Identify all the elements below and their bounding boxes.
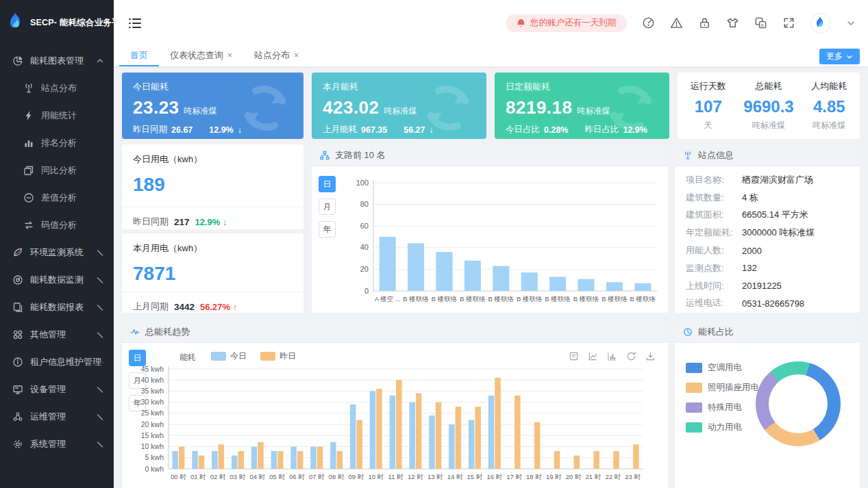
avatar[interactable]	[810, 13, 831, 34]
brand: SECP- 能耗综合业务平台	[0, 0, 114, 46]
flame-logo-icon	[8, 12, 25, 34]
svg-text:10 kwh: 10 kwh	[141, 442, 164, 450]
svg-text:B 楼联络: B 楼联络	[602, 295, 628, 303]
info-icon	[12, 357, 23, 368]
sidebar-item-device[interactable]: 设备管理	[0, 376, 114, 403]
sidebar-subitem-lightning[interactable]: 用能统计	[0, 102, 114, 129]
sidebar-item-info[interactable]: 租户信息维护管理	[0, 348, 114, 376]
legend-label: 昨日	[280, 350, 296, 362]
sidebar-subitem-minus-circle[interactable]: 差值分析	[0, 184, 114, 211]
antenna-icon	[683, 151, 693, 160]
branch-top10-panel: 支路前 10 名 日月年 020406080100A 楼空 ...B 楼联络B …	[312, 144, 668, 313]
site-info-row: 监测点数:132	[675, 259, 860, 277]
sidebar-item-pie-chart[interactable]: 能耗图表管理	[0, 47, 114, 75]
svg-text:00 时: 00 时	[171, 473, 186, 480]
stat-value: 4.85	[811, 97, 847, 116]
kpi-card-today-energy: 今日能耗 23.23吨标准煤 昨日同期26.6712.9%↓	[122, 73, 303, 139]
sidebar-item-leaf[interactable]: 环境监测系统	[0, 239, 114, 266]
collapse-menu-icon[interactable]	[127, 16, 142, 31]
legend-swatch	[211, 352, 226, 361]
chevron-down-icon	[846, 53, 853, 60]
locale-icon[interactable]: a	[754, 16, 767, 29]
sidebar: SECP- 能耗综合业务平台 能耗图表管理站点分布用能统计排名分析同比分析差值分…	[0, 0, 114, 488]
lock-icon[interactable]	[698, 16, 711, 29]
period-toggle-日[interactable]: 日	[319, 176, 336, 192]
site-info-row: 上线时间:20191225	[675, 277, 860, 295]
panel-header: 能耗占比	[675, 321, 860, 343]
sidebar-item-gear[interactable]: 系统管理	[0, 431, 114, 458]
tab-首页[interactable]: 首页	[119, 46, 159, 66]
caret-down-icon	[96, 385, 104, 394]
caret-down-icon	[96, 413, 104, 421]
month-electricity-value: 7871	[133, 263, 293, 285]
refresh-icon[interactable]	[626, 351, 636, 361]
svg-text:45 kwh: 45 kwh	[141, 365, 164, 373]
sidebar-item-ops[interactable]: 运维管理	[0, 403, 114, 431]
pie-legend-item-空调用电[interactable]: 空调用电	[686, 362, 759, 374]
stat-总能耗: 总能耗9690.3吨标准煤	[743, 80, 793, 131]
caret-up-icon	[96, 57, 104, 65]
svg-text:25 kwh: 25 kwh	[141, 409, 164, 417]
sidebar-item-grid[interactable]: 其他管理	[0, 321, 114, 348]
sidebar-item-label: 设备管理	[30, 383, 96, 396]
fullscreen-icon[interactable]	[782, 16, 795, 29]
account-expiry-alert[interactable]: 您的账户还有一天到期	[506, 14, 627, 32]
site-info-value: 132	[742, 263, 757, 273]
sidebar-subitem-swap[interactable]: 码值分析	[0, 211, 114, 239]
legend-item-昨日[interactable]: 昨日	[260, 350, 296, 362]
sidebar-subitem-antenna[interactable]: 站点分布	[0, 75, 114, 102]
period-toggle-年[interactable]: 年	[319, 221, 336, 237]
svg-text:0 kwh: 0 kwh	[145, 465, 164, 473]
theme-icon[interactable]	[726, 16, 739, 29]
pie-legend-item-照明插座用电[interactable]: 照明插座用电	[686, 382, 759, 394]
sidebar-subitem-label: 码值分析	[41, 219, 77, 231]
sidebar-item-monitor-dot[interactable]: 能耗数据监测	[0, 266, 114, 294]
stat-运行天数: 运行天数107天	[691, 80, 726, 131]
period-toggle-月[interactable]: 月	[319, 198, 336, 215]
chevron-down-icon[interactable]	[846, 18, 856, 28]
svg-text:09 时: 09 时	[349, 473, 364, 480]
site-info-label: 年定额能耗:	[686, 227, 742, 239]
legend-item-今日[interactable]: 今日	[211, 350, 247, 362]
trend-indicator: 56.27% ↑	[200, 302, 237, 312]
tab-label: 首页	[130, 49, 148, 62]
site-info-value: 栖霞湖滨财富广场	[742, 174, 813, 186]
site-info-row: 用能人数:2000	[675, 242, 860, 259]
data-view-icon[interactable]	[569, 351, 579, 361]
energy-distribution-panel: 能耗占比 空调用电照明插座用电特殊用电动力用电	[675, 321, 860, 488]
svg-text:15 时: 15 时	[467, 473, 483, 480]
bar-chart-icon[interactable]	[607, 351, 617, 361]
panel-footer: 昨日同期217 12.9% ↓	[133, 216, 293, 228]
sidebar-subitem-ranking[interactable]: 排名分析	[0, 129, 114, 157]
svg-text:15 kwh: 15 kwh	[141, 431, 164, 439]
warning-icon[interactable]	[670, 16, 683, 29]
month-electricity-panel: 本月用电（kwh） 7871 上月同期3442 56.27% ↑	[122, 233, 303, 313]
energy-trend-panel: 总能耗趋势 日月年 能耗 今日昨日 0 kwh5 kwh10 kwh15 kwh…	[122, 321, 668, 488]
close-icon[interactable]: ×	[294, 51, 299, 60]
svg-text:40: 40	[360, 243, 369, 251]
pie-legend-item-特殊用电[interactable]: 特殊用电	[686, 402, 759, 413]
site-info-rows: 项目名称:栖霞湖滨财富广场建筑数量:4 栋建筑面积:66505.14 平方米年定…	[675, 166, 860, 312]
trend-indicator: 12.9% ↓	[195, 217, 227, 227]
svg-text:18 时: 18 时	[526, 473, 542, 480]
svg-text:B 楼联络: B 楼联络	[517, 295, 543, 303]
report-icon	[12, 302, 23, 313]
close-icon[interactable]: ×	[227, 51, 232, 60]
more-tabs-button[interactable]: 更多	[819, 49, 860, 64]
gauge-icon[interactable]	[642, 16, 655, 29]
tab-仪表状态查询[interactable]: 仪表状态查询×	[159, 46, 243, 66]
pie-legend-item-动力用电[interactable]: 动力用电	[686, 422, 759, 433]
svg-text:06 时: 06 时	[289, 473, 305, 480]
legend-swatch	[686, 402, 702, 413]
svg-text:02 时: 02 时	[210, 473, 226, 480]
download-icon[interactable]	[645, 351, 656, 361]
stat-unit: 吨标准煤	[811, 120, 847, 131]
sidebar-item-report[interactable]: 能耗数据报表	[0, 294, 114, 321]
tab-站点分布[interactable]: 站点分布×	[243, 46, 310, 66]
swap-icon	[23, 220, 34, 231]
sidebar-item-label: 租户信息维护管理	[30, 356, 101, 368]
sidebar-subitem-compare[interactable]: 同比分析	[0, 157, 114, 184]
site-info-row: 建筑数量:4 栋	[675, 189, 860, 207]
stat-label: 运行天数	[691, 80, 726, 92]
line-chart-icon[interactable]	[588, 351, 598, 361]
